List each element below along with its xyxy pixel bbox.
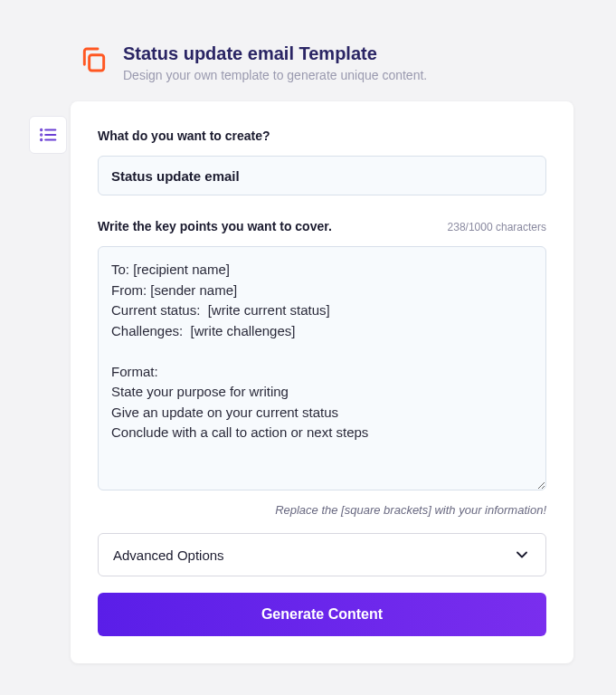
svg-point-2 [41, 134, 42, 135]
page-subtitle: Design your own template to generate uni… [123, 68, 427, 82]
advanced-label: Advanced Options [113, 547, 224, 563]
chevron-down-icon [513, 546, 531, 564]
copy-icon [80, 45, 109, 74]
list-icon [38, 125, 58, 145]
create-input[interactable] [98, 156, 546, 195]
hint-text: Replace the [square brackets] with your … [98, 503, 546, 517]
page-header: Status update email Template Design your… [0, 0, 616, 82]
svg-point-1 [41, 129, 42, 130]
generate-button[interactable]: Generate Content [98, 593, 546, 636]
svg-rect-0 [90, 55, 104, 71]
char-count: 238/1000 characters [448, 221, 546, 233]
svg-point-3 [41, 139, 42, 140]
page-title: Status update email Template [123, 43, 427, 64]
keypoints-textarea[interactable] [98, 246, 546, 490]
form-card: What do you want to create? Write the ke… [71, 101, 573, 663]
advanced-options-toggle[interactable]: Advanced Options [98, 533, 546, 576]
sidebar-toggle-button[interactable] [29, 116, 67, 154]
keypoints-label: Write the key points you want to cover. [98, 219, 332, 233]
create-label: What do you want to create? [98, 129, 546, 143]
